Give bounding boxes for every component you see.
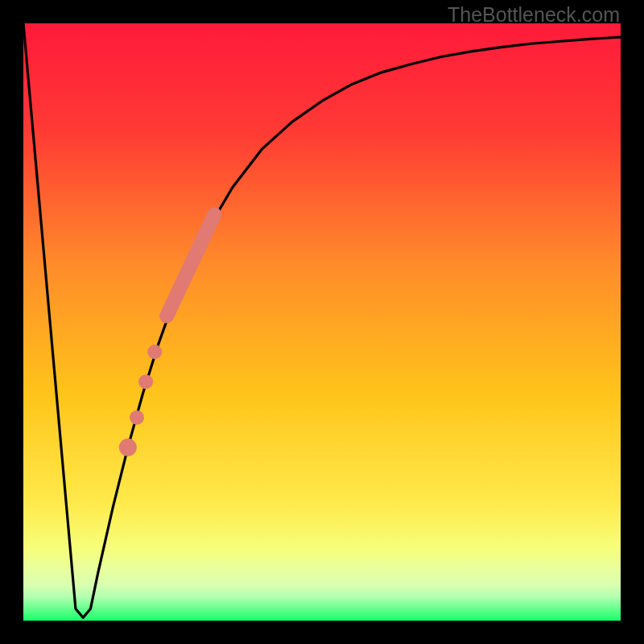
plot-area (23, 23, 621, 621)
highlight-dot (119, 439, 137, 456)
highlight-dot (147, 345, 162, 359)
highlight-dot (130, 411, 144, 425)
chart-frame: TheBottleneck.com (0, 0, 644, 644)
chart-svg (23, 23, 621, 621)
svg-rect-0 (23, 23, 621, 621)
highlight-dot (138, 374, 153, 389)
